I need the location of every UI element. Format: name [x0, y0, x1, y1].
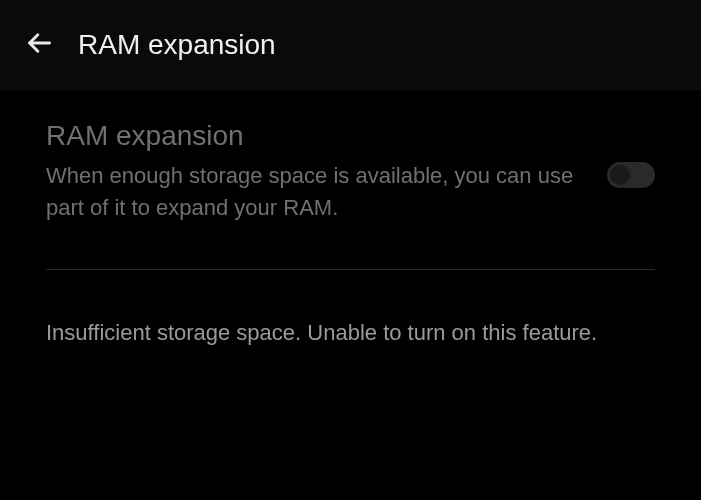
setting-title: RAM expansion [46, 120, 587, 152]
setting-text-block: RAM expansion When enough storage space … [46, 120, 607, 224]
toggle-thumb [610, 165, 630, 185]
header: RAM expansion [0, 0, 701, 90]
ram-expansion-setting[interactable]: RAM expansion When enough storage space … [46, 120, 655, 270]
content-area: RAM expansion When enough storage space … [0, 90, 701, 346]
page-title: RAM expansion [78, 29, 276, 61]
ram-expansion-toggle[interactable] [607, 162, 655, 188]
back-button[interactable] [18, 24, 60, 66]
arrow-left-icon [25, 29, 53, 61]
status-message: Insufficient storage space. Unable to tu… [46, 270, 655, 346]
setting-description: When enough storage space is available, … [46, 160, 587, 224]
